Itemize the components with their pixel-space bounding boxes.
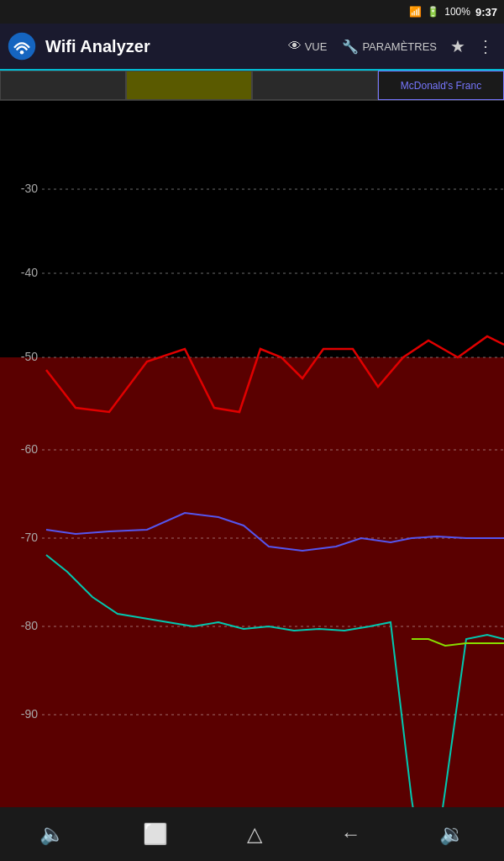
more-menu-button[interactable]: ⋮ xyxy=(474,33,497,60)
chart-svg: -30 -40 -50 -60 -70 -80 -90 xyxy=(0,101,504,807)
parametres-button[interactable]: 🔧 PARAMÈTRES xyxy=(337,35,442,58)
svg-point-1 xyxy=(20,50,24,54)
wifi-icon: 📶 xyxy=(409,6,422,18)
parametres-label: PARAMÈTRES xyxy=(362,40,437,53)
filter-tab-2[interactable] xyxy=(126,71,252,100)
svg-text:-40: -40 xyxy=(21,266,38,279)
app-logo xyxy=(7,31,37,61)
svg-text:-30: -30 xyxy=(21,182,38,195)
bottom-bar: 🔈 ⬜ △ ← 🔉 xyxy=(0,807,504,861)
vue-button[interactable]: 👁 VUE xyxy=(283,35,333,57)
vue-label: VUE xyxy=(305,40,328,53)
back-icon[interactable]: ← xyxy=(334,816,368,853)
chart-container: Puissance du signal [dBm] -30 -40 -50 -6… xyxy=(0,101,504,807)
svg-text:-60: -60 xyxy=(21,442,38,456)
filter-bar: McDonald's Franc xyxy=(0,71,504,101)
svg-text:-90: -90 xyxy=(21,707,38,721)
svg-text:-80: -80 xyxy=(21,619,38,632)
navbar: Wifi Analyzer 👁 VUE 🔧 PARAMÈTRES ★ ⋮ xyxy=(0,24,504,71)
svg-rect-3 xyxy=(0,101,504,357)
svg-rect-4 xyxy=(0,357,504,807)
recent-apps-icon[interactable]: ⬜ xyxy=(136,816,175,853)
app-title: Wifi Analyzer xyxy=(45,37,278,56)
svg-text:-70: -70 xyxy=(21,531,38,544)
filter-tab-1[interactable] xyxy=(0,71,126,100)
filter-tab-3[interactable] xyxy=(252,71,378,100)
status-bar: 📶 🔋 100% 9:37 xyxy=(0,0,504,24)
eye-icon: 👁 xyxy=(288,39,302,54)
volume-up-icon[interactable]: 🔉 xyxy=(433,816,471,853)
volume-down-icon[interactable]: 🔈 xyxy=(33,816,71,853)
wrench-icon: 🔧 xyxy=(342,39,359,55)
svg-text:-50: -50 xyxy=(21,350,38,363)
status-time: 9:37 xyxy=(475,6,497,18)
battery-percentage: 100% xyxy=(444,6,470,18)
filter-tab-mcdonalds[interactable]: McDonald's Franc xyxy=(378,71,504,100)
battery-icon: 🔋 xyxy=(427,6,439,18)
favorites-button[interactable]: ★ xyxy=(447,33,469,60)
home-icon[interactable]: △ xyxy=(240,816,269,853)
